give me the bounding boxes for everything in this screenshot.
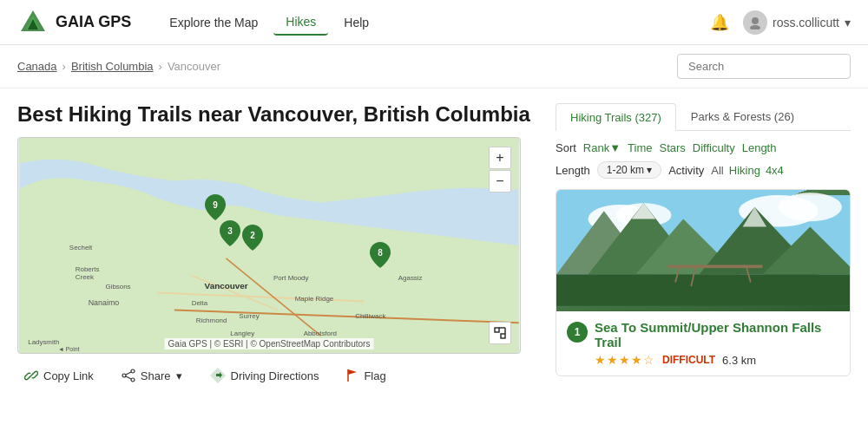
svg-line-40 — [126, 376, 131, 379]
share-icon — [122, 369, 135, 382]
trail-image — [556, 190, 850, 311]
svg-text:Port Moody: Port Moody — [273, 274, 309, 282]
sort-label: Sort — [556, 141, 576, 154]
main-content: Best Hiking Trails near Vancouver, Briti… — [0, 88, 868, 397]
svg-point-3 — [752, 17, 759, 24]
svg-text:Abbotsford: Abbotsford — [304, 330, 337, 337]
map-svg: Vancouver Nanaimo RobertsCreek Sechelt G… — [18, 138, 520, 353]
breadcrumb: Canada › British Columbia › Vancouver — [17, 60, 220, 73]
breadcrumb-canada[interactable]: Canada — [17, 60, 57, 73]
svg-rect-31 — [495, 328, 499, 332]
svg-rect-56 — [667, 264, 763, 268]
sort-difficulty[interactable]: Difficulty — [693, 141, 735, 154]
flag-button[interactable]: Flag — [339, 365, 392, 386]
svg-text:◄ Point: ◄ Point — [58, 346, 80, 352]
breadcrumb-sep-1: › — [62, 60, 66, 73]
notification-bell-icon[interactable]: 🔔 — [710, 13, 729, 32]
main-nav: Explore the Map Hikes Help — [157, 10, 684, 36]
nav-hikes[interactable]: Hikes — [273, 10, 328, 36]
length-value: 1-20 km — [607, 164, 644, 176]
breadcrumb-sep-2: › — [159, 60, 162, 73]
activity-hiking[interactable]: Hiking — [729, 164, 760, 177]
svg-rect-32 — [501, 334, 505, 338]
chevron-down-icon: ▾ — [845, 16, 851, 29]
search-input[interactable] — [677, 54, 851, 79]
activity-group: All Hiking 4x4 — [711, 164, 784, 177]
share-button[interactable]: Share ▾ — [115, 365, 189, 386]
activity-filter-label: Activity — [668, 164, 704, 177]
trail-tabs: Hiking Trails (327) Parks & Forests (26) — [556, 102, 851, 131]
sort-length[interactable]: Length — [742, 141, 777, 154]
svg-text:Maple Ridge: Maple Ridge — [295, 295, 334, 303]
logo-icon — [17, 7, 49, 38]
header-right: 🔔 ross.collicutt ▾ — [710, 10, 851, 35]
filter-row: Length 1-20 km ▾ Activity All Hiking 4x4 — [556, 161, 851, 179]
svg-point-47 — [779, 193, 842, 221]
search-container — [677, 54, 851, 79]
svg-text:Agassiz: Agassiz — [398, 274, 423, 282]
svg-text:Surrey: Surrey — [239, 312, 259, 320]
sort-time[interactable]: Time — [628, 141, 652, 154]
svg-rect-55 — [556, 274, 850, 306]
svg-point-38 — [122, 374, 126, 377]
logo-text: GAIA GPS — [56, 13, 131, 31]
share-label: Share — [141, 369, 171, 382]
svg-point-36 — [131, 369, 135, 373]
avatar — [743, 10, 767, 35]
trail-card: 1 Sea To Summit/Upper Shannon Falls Trai… — [556, 189, 851, 376]
trail-stars: ★★★★☆ — [595, 353, 655, 367]
activity-all[interactable]: All — [711, 164, 723, 177]
tab-parks-forests[interactable]: Parks & Forests (26) — [676, 102, 809, 130]
sort-rank[interactable]: Rank▼ — [583, 141, 621, 154]
trail-info: 1 Sea To Summit/Upper Shannon Falls Trai… — [556, 311, 850, 375]
flag-icon — [346, 369, 358, 382]
user-menu[interactable]: ross.collicutt ▾ — [743, 10, 851, 35]
svg-text:Langley: Langley — [230, 330, 254, 337]
copy-link-button[interactable]: Copy Link — [17, 365, 101, 386]
header: GAIA GPS Explore the Map Hikes Help 🔔 ro… — [0, 0, 868, 45]
activity-4x4[interactable]: 4x4 — [766, 164, 784, 177]
nav-help[interactable]: Help — [332, 10, 381, 35]
right-panel: Hiking Trails (327) Parks & Forests (26)… — [556, 102, 851, 397]
trail-title-link[interactable]: Sea To Summit/Upper Shannon Falls Trail — [595, 320, 839, 349]
nav-explore[interactable]: Explore the Map — [157, 10, 270, 35]
zoom-out-button[interactable]: − — [489, 170, 511, 193]
svg-text:Nanaimo: Nanaimo — [89, 298, 120, 307]
svg-text:Vancouver: Vancouver — [205, 281, 248, 291]
svg-point-37 — [131, 378, 135, 382]
copy-link-icon — [24, 369, 38, 382]
svg-text:Delta: Delta — [192, 299, 208, 307]
logo[interactable]: GAIA GPS — [17, 7, 131, 38]
directions-icon — [210, 368, 226, 383]
svg-text:Ladysmith: Ladysmith — [28, 338, 59, 346]
page-title: Best Hiking Trails near Vancouver, Briti… — [17, 102, 538, 127]
trail-distance: 6.3 km — [722, 354, 756, 367]
left-panel: Best Hiking Trails near Vancouver, Briti… — [17, 102, 538, 397]
svg-text:Sechelt: Sechelt — [69, 244, 93, 251]
svg-text:Chilliwack: Chilliwack — [355, 312, 385, 320]
trail-meta: ★★★★☆ DIFFICULT 6.3 km — [567, 353, 839, 367]
svg-line-39 — [126, 372, 131, 375]
flag-label: Flag — [364, 369, 385, 382]
driving-directions-button[interactable]: Driving Directions — [203, 364, 326, 387]
breadcrumb-current: Vancouver — [168, 60, 220, 73]
svg-text:Gibsons: Gibsons — [106, 283, 131, 291]
username: ross.collicutt — [773, 16, 839, 29]
trail-title-row: 1 Sea To Summit/Upper Shannon Falls Trai… — [567, 320, 839, 349]
length-filter-dropdown[interactable]: 1-20 km ▾ — [597, 161, 661, 179]
trail-number: 1 — [567, 322, 588, 343]
sort-stars[interactable]: Stars — [659, 141, 685, 154]
trail-difficulty: DIFFICULT — [662, 354, 715, 366]
zoom-in-button[interactable]: + — [489, 147, 511, 169]
tab-hiking-trails[interactable]: Hiking Trails (327) — [556, 103, 676, 131]
driving-directions-label: Driving Directions — [231, 369, 319, 382]
breadcrumb-bc[interactable]: British Columbia — [71, 60, 154, 73]
copy-link-label: Copy Link — [43, 369, 94, 382]
map-controls: + − — [489, 147, 511, 193]
map-container[interactable]: Vancouver Nanaimo RobertsCreek Sechelt G… — [17, 137, 521, 354]
svg-line-35 — [30, 374, 34, 378]
map-expand-button[interactable] — [489, 322, 511, 344]
length-filter-label: Length — [556, 164, 590, 177]
sort-row: Sort Rank▼ Time Stars Difficulty Length — [556, 141, 851, 154]
map-attribution: Gaia GPS | © ESRI | © OpenStreetMap Cont… — [165, 338, 374, 349]
